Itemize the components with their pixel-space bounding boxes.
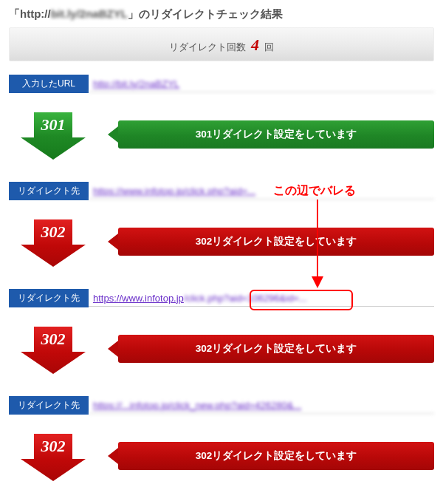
url-row: リダイレクト先 https://...infotop.jp/click_new.…: [9, 396, 434, 415]
redirect-block: 301 301リダイレクト設定をしています: [9, 108, 434, 161]
redirect-message: 302リダイレクト設定をしています: [118, 442, 434, 470]
arrow-down-icon: 302: [18, 215, 89, 268]
url-link[interactable]: https://...infotop.jp/click_new.php?aid=…: [93, 400, 301, 411]
url-value: http://bit.ly/2naBZYL: [89, 76, 434, 92]
svg-text:302: 302: [41, 437, 66, 455]
arrow-down-icon: 301: [18, 108, 89, 161]
count-value: 4: [251, 35, 259, 54]
svg-text:302: 302: [41, 330, 66, 348]
count-suffix: 回: [261, 41, 274, 52]
redirect-block: 302 302リダイレクト設定をしています: [9, 215, 434, 268]
bubble-triangle-icon: [108, 448, 118, 464]
title-suffix: 」のリダイレクトチェック結果: [128, 7, 283, 20]
redirect-count-bar: リダイレクト回数 4 回: [9, 27, 434, 61]
url-row: 入力したURL http://bit.ly/2naBZYL: [9, 75, 434, 93]
url-value: https://www.infotop.jp/click.php?aid=...: [89, 183, 434, 200]
url-link[interactable]: https://www.infotop.jp/click.php?aid=106…: [93, 293, 307, 304]
page-title: 「http://bit.ly/2naBZYL」のリダイレクトチェック結果: [9, 7, 434, 21]
redirect-arrow: 302: [9, 429, 97, 483]
url-label-redirect: リダイレクト先: [9, 182, 89, 200]
url-link[interactable]: http://bit.ly/2naBZYL: [93, 78, 179, 89]
svg-text:301: 301: [41, 115, 66, 134]
redirect-message-row: 302リダイレクト設定をしています: [108, 335, 434, 363]
url-value: https://www.infotop.jp/click.php?aid=106…: [89, 290, 434, 307]
url-row: リダイレクト先 https://www.infotop.jp/click.php…: [9, 289, 434, 307]
url-link[interactable]: https://www.infotop.jp/click.php?aid=...: [93, 185, 255, 197]
redirect-message: 301リダイレクト設定をしています: [118, 120, 434, 149]
url-row: リダイレクト先 https://www.infotop.jp/click.php…: [9, 182, 434, 200]
url-label-redirect: リダイレクト先: [9, 289, 89, 307]
title-hidden-url: bit.ly/2naBZYL: [51, 7, 128, 20]
redirect-message-row: 302リダイレクト設定をしています: [108, 228, 434, 256]
svg-text:302: 302: [41, 222, 66, 241]
bubble-triangle-icon: [108, 234, 118, 250]
redirect-block: 302 302リダイレクト設定をしています: [9, 429, 434, 483]
arrow-down-icon: 302: [18, 429, 89, 483]
bubble-triangle-icon: [108, 126, 118, 143]
arrow-down-icon: 302: [18, 322, 89, 375]
redirect-message: 302リダイレクト設定をしています: [118, 228, 434, 256]
title-prefix: 「http://: [9, 7, 51, 20]
redirect-arrow: 302: [9, 322, 97, 375]
url-label-input: 入力したURL: [9, 75, 89, 93]
count-prefix: リダイレクト回数: [169, 41, 249, 52]
redirect-block: 302 302リダイレクト設定をしています: [9, 322, 434, 375]
redirect-arrow: 302: [9, 215, 97, 268]
url-label-redirect: リダイレクト先: [9, 396, 89, 415]
redirect-message-row: 301リダイレクト設定をしています: [108, 120, 434, 149]
bubble-triangle-icon: [108, 341, 118, 357]
redirect-message-row: 302リダイレクト設定をしています: [108, 442, 434, 470]
url-value: https://...infotop.jp/click_new.php?aid=…: [89, 398, 434, 414]
redirect-arrow: 301: [9, 108, 97, 161]
redirect-message: 302リダイレクト設定をしています: [118, 335, 434, 363]
